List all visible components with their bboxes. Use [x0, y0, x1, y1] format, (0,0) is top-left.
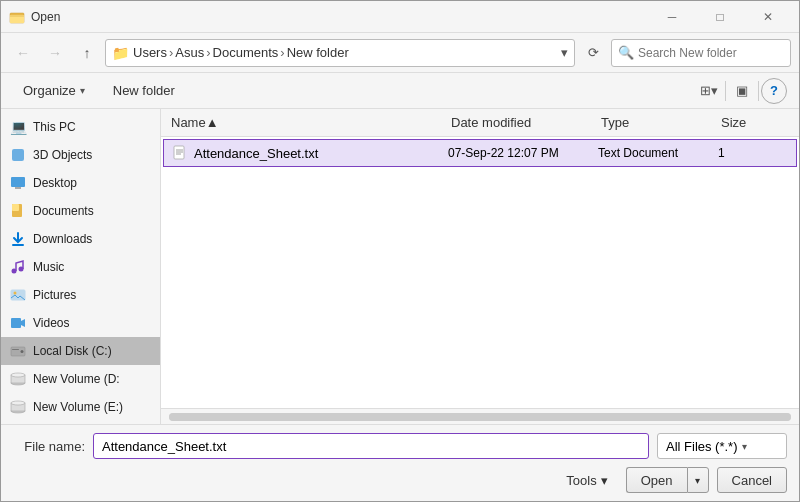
videos-icon: [9, 314, 27, 332]
open-button[interactable]: Open: [626, 467, 687, 493]
cancel-button[interactable]: Cancel: [717, 467, 787, 493]
local-disk-c-icon: [9, 342, 27, 360]
forward-button[interactable]: →: [41, 39, 69, 67]
svg-point-18: [11, 373, 25, 377]
minimize-button[interactable]: ─: [649, 2, 695, 32]
open-button-group: Open ▾: [626, 467, 709, 493]
maximize-button[interactable]: □: [697, 2, 743, 32]
dialog-icon: [9, 9, 25, 25]
sidebar-item-pictures[interactable]: Pictures: [1, 281, 160, 309]
toolbar: Organize ▾ New folder ⊞ ▾ ▣ ?: [1, 73, 799, 109]
sidebar-item-downloads[interactable]: Downloads: [1, 225, 160, 253]
music-icon: [9, 258, 27, 276]
breadcrumb-item-documents[interactable]: Documents: [213, 45, 279, 60]
open-dialog: Open ─ □ ✕ ← → ↑ 📁 Users › Asus › Docume…: [0, 0, 800, 502]
svg-point-8: [12, 269, 17, 274]
titlebar-left: Open: [9, 9, 60, 25]
sidebar-item-videos[interactable]: Videos: [1, 309, 160, 337]
help-icon: ?: [770, 83, 778, 98]
action-row: Tools ▾ Open ▾ Cancel: [13, 467, 787, 493]
sidebar-label-local-disk-c: Local Disk (C:): [33, 344, 112, 358]
svg-rect-12: [11, 318, 21, 328]
filetype-label: All Files (*.*): [666, 439, 738, 454]
sidebar-item-music[interactable]: Music: [1, 253, 160, 281]
file-type-cell: Text Document: [594, 146, 714, 160]
close-button[interactable]: ✕: [745, 2, 791, 32]
svg-rect-6: [12, 204, 19, 211]
svg-point-14: [21, 350, 24, 353]
sidebar: 💻 This PC 3D Objects Desktop: [1, 109, 161, 424]
file-list-header: Name ▲ Date modified Type Size: [161, 109, 799, 137]
table-row[interactable]: Attendance_Sheet.txt 07-Sep-22 12:07 PM …: [163, 139, 797, 167]
tools-button[interactable]: Tools ▾: [556, 467, 617, 493]
up-button[interactable]: ↑: [73, 39, 101, 67]
downloads-icon: [9, 230, 27, 248]
sidebar-item-new-volume-e[interactable]: New Volume (E:): [1, 393, 160, 421]
svg-rect-7: [12, 244, 24, 246]
pane-icon: ▣: [736, 83, 748, 98]
horizontal-scrollbar[interactable]: [161, 408, 799, 424]
toolbar-separator2: [758, 81, 759, 101]
search-box[interactable]: 🔍: [611, 39, 791, 67]
sidebar-label-music: Music: [33, 260, 64, 274]
sidebar-item-documents[interactable]: Documents: [1, 197, 160, 225]
folder-icon: 📁: [112, 45, 129, 61]
sidebar-label-documents: Documents: [33, 204, 94, 218]
svg-rect-15: [12, 349, 19, 350]
address-dropdown-icon[interactable]: ▾: [561, 45, 568, 60]
svg-point-9: [19, 267, 24, 272]
pictures-icon: [9, 286, 27, 304]
filename-input[interactable]: [93, 433, 649, 459]
sidebar-item-3d-objects[interactable]: 3D Objects: [1, 141, 160, 169]
sidebar-item-this-pc[interactable]: 💻 This PC: [1, 113, 160, 141]
tools-dropdown-icon: ▾: [601, 473, 608, 488]
svg-point-11: [14, 292, 17, 295]
breadcrumb-item-newfolder[interactable]: New folder: [287, 45, 349, 60]
new-folder-button[interactable]: New folder: [103, 78, 185, 104]
view-controls: ⊞ ▾ ▣ ?: [695, 78, 787, 104]
view-toggle-button[interactable]: ⊞ ▾: [695, 78, 723, 104]
sidebar-item-new-volume-d[interactable]: New Volume (D:: [1, 365, 160, 393]
help-button[interactable]: ?: [761, 78, 787, 104]
window-controls: ─ □ ✕: [649, 2, 791, 32]
file-area: Name ▲ Date modified Type Size: [161, 109, 799, 424]
column-header-name[interactable]: Name ▲: [165, 109, 445, 136]
breadcrumb-item-asus[interactable]: Asus: [175, 45, 204, 60]
refresh-button[interactable]: ⟳: [579, 39, 607, 67]
this-pc-icon: 💻: [9, 118, 27, 136]
address-bar[interactable]: 📁 Users › Asus › Documents › New folder …: [105, 39, 575, 67]
view-dropdown-icon: ▾: [711, 83, 718, 98]
sidebar-label-new-volume-e: New Volume (E:): [33, 400, 123, 414]
sidebar-item-desktop[interactable]: Desktop: [1, 169, 160, 197]
pane-button[interactable]: ▣: [728, 78, 756, 104]
tools-label: Tools: [566, 473, 596, 488]
breadcrumb-item-users[interactable]: Users: [133, 45, 167, 60]
file-name-text: Attendance_Sheet.txt: [194, 146, 318, 161]
svg-rect-4: [15, 187, 21, 189]
open-dropdown-button[interactable]: ▾: [687, 467, 709, 493]
sidebar-label-videos: Videos: [33, 316, 69, 330]
sidebar-label-pictures: Pictures: [33, 288, 76, 302]
back-button[interactable]: ←: [9, 39, 37, 67]
sidebar-label-3d-objects: 3D Objects: [33, 148, 92, 162]
filetype-dropdown[interactable]: All Files (*.*) ▾: [657, 433, 787, 459]
column-header-date[interactable]: Date modified: [445, 109, 595, 136]
view-icon: ⊞: [700, 83, 711, 98]
sidebar-item-local-disk-c[interactable]: Local Disk (C:): [1, 337, 160, 365]
documents-icon: [9, 202, 27, 220]
desktop-icon: [9, 174, 27, 192]
organize-label: Organize: [23, 83, 76, 98]
navbar: ← → ↑ 📁 Users › Asus › Documents › New f…: [1, 33, 799, 73]
organize-button[interactable]: Organize ▾: [13, 78, 95, 104]
3d-objects-icon: [9, 146, 27, 164]
svg-rect-25: [174, 146, 184, 159]
svg-rect-2: [12, 149, 24, 161]
search-input[interactable]: [638, 46, 788, 60]
file-list[interactable]: Attendance_Sheet.txt 07-Sep-22 12:07 PM …: [161, 137, 799, 408]
file-date-cell: 07-Sep-22 12:07 PM: [444, 146, 594, 160]
column-header-size[interactable]: Size: [715, 109, 775, 136]
txt-file-icon: [172, 145, 188, 161]
new-volume-e-icon: [9, 398, 27, 416]
filename-label: File name:: [13, 439, 85, 454]
column-header-type[interactable]: Type: [595, 109, 715, 136]
